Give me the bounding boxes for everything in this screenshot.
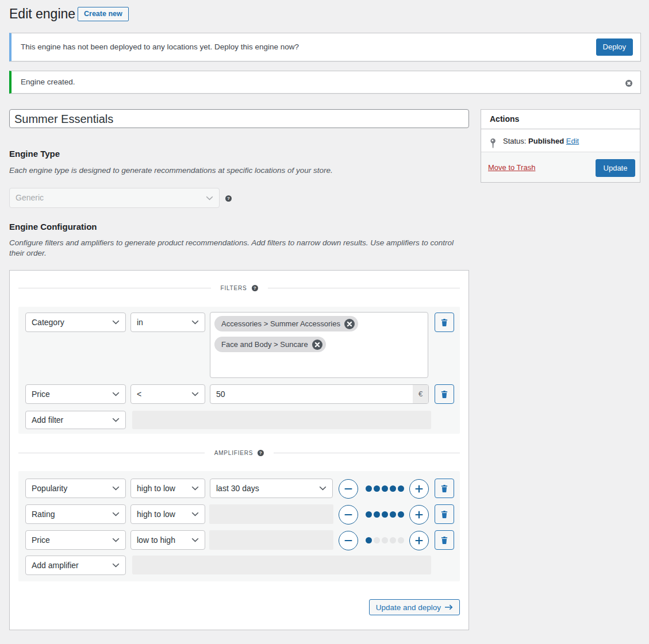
svg-text:?: ? (227, 196, 230, 201)
svg-text:?: ? (253, 286, 256, 291)
svg-text:?: ? (259, 450, 263, 456)
